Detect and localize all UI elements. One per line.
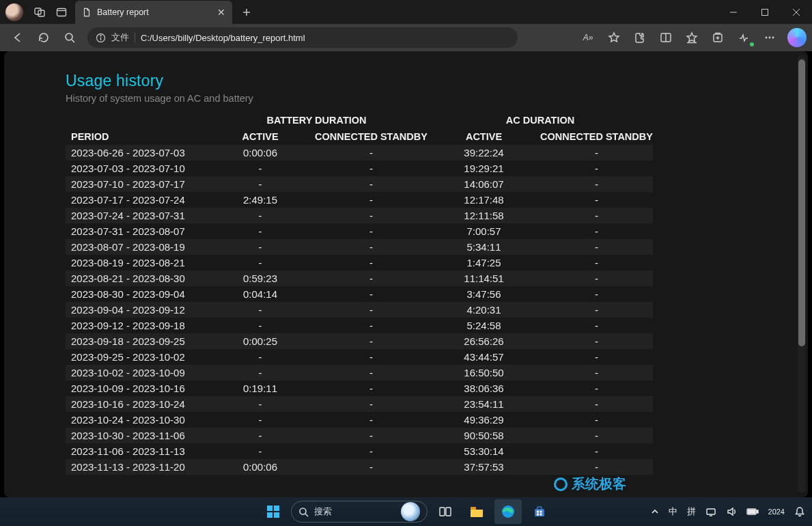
task-view-button[interactable] [432, 499, 459, 524]
more-menu-icon[interactable] [757, 27, 782, 49]
maximize-button[interactable] [749, 0, 781, 24]
svg-point-22 [766, 37, 768, 39]
table-row: 2023-07-31 - 2023-08-07--7:00:57- [66, 223, 653, 239]
svg-rect-39 [537, 514, 539, 516]
cell-ac-standby: - [540, 380, 653, 396]
cell-battery-active: 0:00:06 [206, 459, 315, 475]
cell-ac-active: 5:24:58 [428, 318, 540, 333]
windows-taskbar: 搜索 中 拼 2024 [0, 497, 812, 526]
cell-battery-active: - [206, 176, 315, 192]
table-row: 2023-08-07 - 2023-08-19--5:34:11- [66, 239, 653, 255]
favorite-star-icon[interactable] [602, 27, 626, 49]
window-controls [718, 0, 812, 24]
browser-toolbar: 文件 C:/Users/billy/Desktop/battery_report… [0, 24, 812, 51]
cell-battery-standby: - [315, 365, 428, 380]
search-button[interactable] [57, 27, 82, 49]
cell-period: 2023-08-07 - 2023-08-19 [66, 239, 206, 255]
col-period: PERIOD [66, 128, 206, 145]
extensions-icon[interactable] [628, 27, 652, 49]
battery-icon[interactable] [746, 508, 759, 516]
cell-battery-standby: - [315, 380, 428, 396]
cell-battery-active: - [206, 223, 315, 239]
back-button[interactable] [5, 27, 30, 49]
vertical-scrollbar[interactable] [798, 55, 806, 493]
table-row: 2023-10-16 - 2023-10-24--23:54:11- [66, 396, 653, 412]
address-bar[interactable]: 文件 C:/Users/billy/Desktop/battery_report… [87, 27, 518, 48]
start-button[interactable] [260, 499, 287, 524]
split-screen-icon[interactable] [654, 27, 678, 49]
cell-period: 2023-08-30 - 2023-09-04 [66, 286, 206, 302]
table-row: 2023-09-12 - 2023-09-18--5:24:58- [66, 318, 653, 333]
table-row: 2023-09-18 - 2023-09-250:00:25-26:56:26- [66, 333, 653, 349]
minimize-button[interactable] [718, 0, 749, 24]
tab-actions-icon[interactable] [51, 1, 72, 23]
cell-battery-standby: - [315, 271, 428, 286]
col-battery-active: ACTIVE [206, 128, 315, 145]
ime-language[interactable]: 中 [669, 506, 677, 518]
cell-ac-standby: - [540, 412, 653, 428]
collections-icon[interactable] [705, 27, 730, 49]
microsoft-store-button[interactable] [526, 499, 553, 524]
clock-year[interactable]: 2024 [768, 508, 785, 516]
cell-period: 2023-07-24 - 2023-07-31 [66, 208, 206, 223]
cell-ac-standby: - [540, 302, 653, 318]
url-path: C:/Users/billy/Desktop/battery_report.ht… [141, 33, 305, 43]
cell-ac-standby: - [540, 239, 653, 255]
cell-ac-standby: - [540, 349, 653, 365]
cell-ac-standby: - [540, 255, 653, 271]
favorites-bar-icon[interactable] [680, 27, 704, 49]
table-row: 2023-07-10 - 2023-07-17--14:06:07- [66, 176, 653, 192]
cell-battery-active: - [206, 302, 315, 318]
svg-rect-2 [57, 8, 66, 16]
search-icon [298, 507, 309, 517]
volume-icon[interactable] [726, 506, 737, 517]
cell-battery-standby: - [315, 255, 428, 271]
table-row: 2023-06-26 - 2023-07-030:00:06-39:22:24- [66, 145, 653, 161]
cell-period: 2023-09-18 - 2023-09-25 [66, 333, 206, 349]
taskbar-search[interactable]: 搜索 [291, 501, 428, 523]
site-info-icon[interactable] [96, 33, 106, 43]
page-icon [82, 8, 92, 17]
notifications-icon[interactable] [794, 506, 805, 517]
svg-rect-33 [471, 507, 476, 510]
close-tab-icon[interactable]: ✕ [217, 7, 225, 18]
cell-ac-standby: - [540, 318, 653, 333]
cell-battery-active: 0:59:23 [206, 271, 315, 286]
cell-ac-active: 12:17:48 [428, 192, 540, 208]
svg-point-10 [66, 33, 72, 40]
read-aloud-icon[interactable]: A» [576, 27, 600, 49]
table-row: 2023-07-03 - 2023-07-10--19:29:21- [66, 161, 653, 176]
new-tab-button[interactable] [236, 2, 257, 23]
cell-period: 2023-10-02 - 2023-10-09 [66, 365, 206, 380]
cell-battery-standby: - [315, 176, 428, 192]
svg-rect-44 [757, 510, 758, 513]
page-viewport: Usage history History of system usage on… [4, 51, 808, 497]
table-row: 2023-09-04 - 2023-09-12--4:20:31- [66, 302, 653, 318]
copilot-button[interactable] [787, 28, 807, 47]
workspaces-icon[interactable] [29, 1, 51, 23]
cell-battery-standby: - [315, 318, 428, 333]
battery-duration-header: BATTERY DURATION [206, 112, 428, 128]
network-icon[interactable] [705, 506, 716, 517]
svg-rect-38 [540, 511, 542, 513]
file-explorer-button[interactable] [463, 499, 490, 524]
cell-battery-standby: - [315, 286, 428, 302]
col-ac-standby: CONNECTED STANDBY [540, 128, 653, 145]
refresh-button[interactable] [31, 27, 56, 49]
cell-ac-standby: - [540, 208, 653, 223]
performance-icon[interactable] [731, 27, 756, 49]
cell-battery-standby: - [315, 208, 428, 223]
tray-overflow-icon[interactable] [651, 508, 659, 516]
cell-period: 2023-10-24 - 2023-10-30 [66, 412, 206, 428]
svg-point-29 [300, 508, 306, 514]
edge-button[interactable] [494, 499, 522, 524]
svg-rect-40 [540, 514, 542, 516]
scrollbar-thumb[interactable] [798, 59, 805, 346]
ime-mode[interactable]: 拼 [687, 506, 696, 518]
watermark-ring-icon [554, 477, 568, 491]
close-window-button[interactable] [781, 0, 812, 24]
svg-rect-27 [267, 512, 272, 518]
profile-avatar[interactable] [5, 3, 23, 21]
browser-tab[interactable]: Battery report ✕ [75, 1, 232, 24]
cell-battery-standby: - [315, 443, 428, 459]
